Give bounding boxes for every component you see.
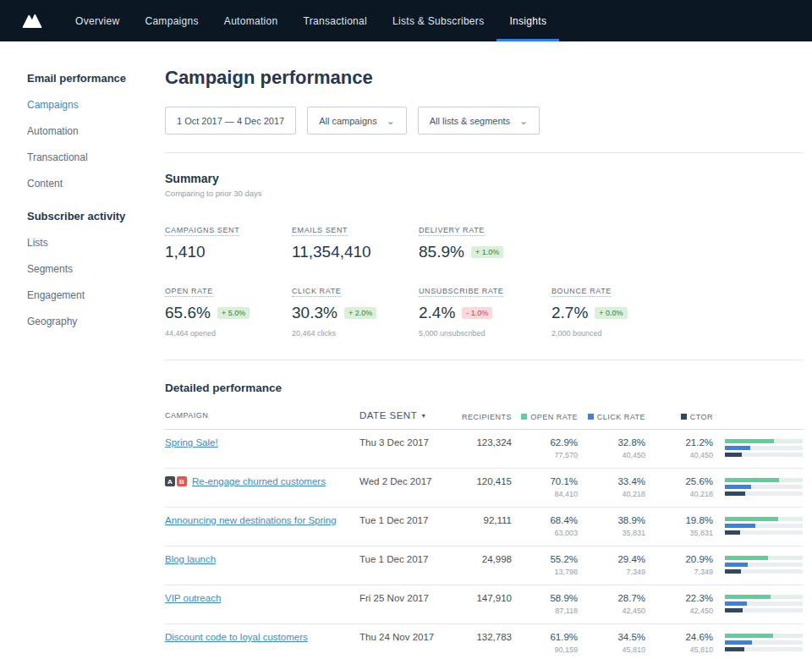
metric-sub: 2,000 bounced	[551, 329, 803, 338]
delta-badge: + 2.0%	[344, 307, 376, 319]
metric: OPEN RATE 65.6% + 5.0% 44,464 opened	[165, 282, 292, 338]
metric-value: 30.3%	[292, 304, 337, 322]
click-rate-bar	[725, 524, 803, 528]
nav-item-lists-subscribers[interactable]: Lists & Subscribers	[380, 0, 497, 41]
rate-bars	[713, 595, 803, 615]
sidebar-item-automation[interactable]: Automation	[27, 125, 165, 137]
click-rate-bar	[725, 601, 803, 606]
sidebar-item-transactional[interactable]: Transactional	[27, 151, 165, 163]
page-layout: Email performance CampaignsAutomationTra…	[0, 41, 812, 659]
sidebar-section-subscriber-activity: Subscriber activity ListsSegmentsEngagem…	[27, 210, 165, 327]
nav-item-label: Lists & Subscribers	[392, 15, 484, 27]
nav-item-insights[interactable]: Insights	[497, 0, 559, 41]
metric-label[interactable]: DELIVERY RATE	[419, 226, 485, 236]
summary-subheading: Comparing to prior 30 days	[165, 189, 803, 198]
recipients-cell: 123,324	[444, 437, 512, 448]
col-open-rate[interactable]: OPEN RATE	[512, 413, 578, 421]
metric-label[interactable]: UNSUBSCRIBE RATE	[419, 287, 503, 297]
metric-value: 65.6%	[165, 304, 211, 322]
col-ctor[interactable]: CTOR	[645, 413, 713, 421]
open-rate-cell: 70.1% 84,410	[512, 476, 578, 498]
ctor-cell: 22.3% 42,450	[645, 593, 713, 615]
lists-segments-filter-value: All lists & segments	[430, 116, 510, 126]
metric-value: 2.4%	[419, 304, 455, 322]
detailed-performance-heading: Detailed performance	[165, 360, 803, 398]
sidebar-item-engagement[interactable]: Engagement	[27, 289, 165, 301]
date-sent-cell: Tue 1 Dec 2017	[359, 554, 444, 565]
metric-label[interactable]: OPEN RATE	[165, 287, 213, 297]
ctor-cell: 25.6% 40,218	[645, 476, 713, 498]
sidebar-item-segments[interactable]: Segments	[27, 263, 165, 275]
ctor-bar	[725, 647, 803, 651]
metric: DELIVERY RATE 85.9% + 1.0%	[419, 221, 551, 261]
recipients-cell: 92,111	[444, 515, 512, 526]
metric-sub: 20,464 clicks	[292, 329, 419, 338]
click-rate-bar	[725, 640, 803, 645]
nav-item-automation[interactable]: Automation	[211, 0, 291, 41]
open-rate-bar	[725, 556, 803, 560]
ab-test-a-badge: A	[165, 476, 175, 486]
col-campaign[interactable]: CAMPAIGN	[165, 410, 359, 421]
date-range-filter[interactable]: 1 Oct 2017 — 4 Dec 2017	[165, 107, 296, 135]
ctor-legend-icon	[681, 414, 687, 420]
rate-bars	[713, 478, 803, 498]
table-row: Announcing new destinations for Spring T…	[165, 508, 803, 546]
nav-item-overview[interactable]: Overview	[63, 0, 132, 41]
metric-label[interactable]: EMAILS SENT	[292, 226, 348, 236]
app-logo[interactable]	[22, 0, 42, 41]
table-row: VIP outreach Fri 25 Nov 2017 147,910 58.…	[165, 585, 803, 624]
detailed-performance-section: Detailed performance CAMPAIGN DATE SENT▼…	[165, 360, 803, 659]
table-row: Spring Sale! Thu 3 Dec 2017 123,324 62.9…	[165, 430, 803, 469]
sidebar-item-geography[interactable]: Geography	[27, 316, 165, 327]
table-row: A B Re-engage churned customers Wed 2 De…	[165, 469, 803, 508]
campaign-link[interactable]: Announcing new destinations for Spring	[165, 515, 337, 526]
nav-item-label: Overview	[75, 15, 119, 27]
ctor-bar	[725, 492, 803, 496]
open-rate-bar	[725, 478, 803, 482]
nav-item-transactional[interactable]: Transactional	[291, 0, 381, 41]
open-rate-bar	[725, 517, 803, 521]
metric-sub: 5,000 unsubscribed	[419, 329, 551, 338]
summary-metrics-row1: CAMPAIGNS SENT 1,410 EMAILS SENT 11,354,…	[165, 221, 803, 261]
click-rate-cell: 33.4% 40,218	[578, 476, 645, 498]
chevron-down-icon: ⌄	[387, 116, 395, 126]
sidebar-item-lists[interactable]: Lists	[27, 237, 165, 249]
open-rate-cell: 61.9% 90,159	[512, 632, 578, 654]
sidebar-item-content[interactable]: Content	[27, 178, 165, 189]
col-date-sent[interactable]: DATE SENT▼	[359, 410, 444, 421]
click-rate-cell: 34.5% 45,810	[578, 632, 645, 654]
summary-heading: Summary	[165, 172, 803, 185]
open-rate-bar	[725, 595, 803, 599]
campaign-link[interactable]: Spring Sale!	[165, 437, 218, 448]
open-rate-bar	[725, 634, 803, 638]
ctor-cell: 19.8% 35,831	[645, 515, 713, 537]
date-sent-cell: Thu 3 Dec 2017	[359, 437, 444, 448]
col-click-rate[interactable]: CLICK RATE	[578, 413, 645, 421]
campaign-link[interactable]: VIP outreach	[165, 593, 221, 604]
sidebar-heading: Subscriber activity	[27, 210, 165, 222]
sidebar-item-campaigns[interactable]: Campaigns	[27, 99, 165, 111]
table-row: Blog launch Tue 1 Dec 2017 24,998 55.2% …	[165, 546, 803, 585]
click-rate-cell: 28.7% 42,450	[578, 593, 645, 615]
lists-segments-filter[interactable]: All lists & segments ⌄	[418, 107, 540, 135]
sidebar-heading: Email performance	[27, 72, 165, 85]
rate-bars	[713, 439, 803, 459]
recipients-cell: 132,783	[444, 632, 512, 643]
campaign-link[interactable]: Discount code to loyal customers	[165, 632, 308, 643]
open-rate-cell: 62.9% 77,570	[512, 437, 578, 459]
col-date-sent-label: DATE SENT	[359, 410, 417, 420]
campaign-link[interactable]: Blog launch	[165, 554, 216, 565]
metric-label[interactable]: CLICK RATE	[292, 287, 341, 297]
col-recipients[interactable]: RECIPIENTS	[444, 413, 512, 421]
nav-item-campaigns[interactable]: Campaigns	[132, 0, 211, 41]
metric: EMAILS SENT 11,354,410	[292, 221, 419, 261]
campaigns-filter[interactable]: All campaigns ⌄	[307, 107, 407, 135]
campaign-link[interactable]: Re-engage churned customers	[192, 476, 326, 487]
date-sent-cell: Tue 1 Dec 2017	[359, 515, 444, 526]
metric-label[interactable]: CAMPAIGNS SENT	[165, 226, 239, 236]
click-rate-cell: 32.8% 40,450	[578, 437, 645, 459]
ctor-bar	[725, 530, 803, 535]
date-range-value: 1 Oct 2017 — 4 Dec 2017	[177, 116, 284, 126]
metric-label[interactable]: BOUNCE RATE	[551, 287, 612, 297]
sidebar-section-email-performance: Email performance CampaignsAutomationTra…	[27, 72, 165, 189]
